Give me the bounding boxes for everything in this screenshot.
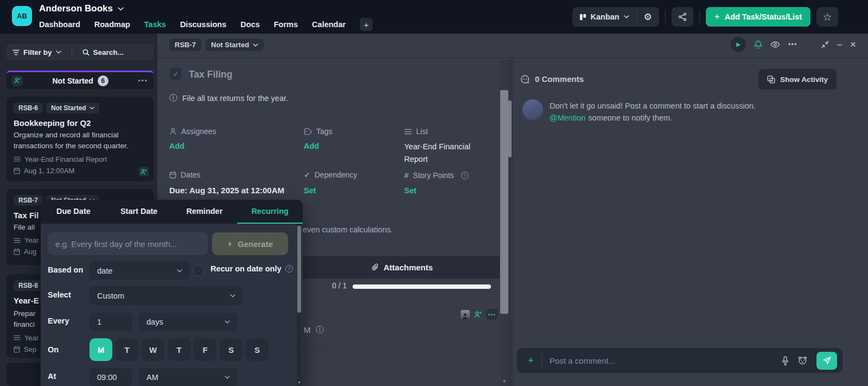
frequency-dropdown[interactable]: Custom — [90, 286, 243, 305]
day-button-sunday[interactable]: S — [246, 338, 269, 361]
assign-user-icon[interactable] — [12, 75, 23, 86]
tags-label: Tags — [304, 127, 333, 136]
at-time-input[interactable] — [90, 368, 132, 386]
set-dependency-link[interactable]: Set — [304, 186, 316, 195]
view-dropdown[interactable]: Kanban — [572, 12, 636, 21]
add-tab-button[interactable]: + — [360, 18, 373, 31]
scrollbar-down-arrow[interactable]: ▾ — [500, 378, 508, 384]
select-label: Select — [48, 290, 71, 299]
filter-icon — [12, 49, 20, 55]
recurrence-text-input[interactable] — [48, 232, 208, 255]
divider — [699, 10, 700, 23]
nav-item-discussions[interactable]: Discussions — [180, 20, 226, 29]
column-count-badge: 6 — [98, 75, 108, 86]
info-icon: ⓘ — [316, 325, 324, 335]
scrollbar-thumb[interactable] — [508, 100, 512, 157]
tab-reminder[interactable]: Reminder — [172, 200, 238, 224]
every-value-input[interactable] — [90, 313, 132, 331]
comment-input[interactable] — [550, 356, 782, 365]
status-dropdown[interactable]: Not Started — [46, 103, 99, 113]
send-comment-button[interactable] — [816, 352, 837, 370]
scrollbar-thumb[interactable] — [297, 226, 301, 313]
list-icon — [14, 238, 21, 243]
tab-due-date[interactable]: Due Date — [41, 200, 106, 224]
recur-on-date-checkbox[interactable] — [193, 265, 203, 276]
tab-recurring[interactable]: Recurring — [237, 200, 303, 224]
chevron-down-icon — [225, 376, 230, 379]
popup-scrollbar[interactable]: ▾ — [297, 224, 302, 386]
every-unit-dropdown[interactable]: days — [139, 313, 238, 331]
nav-item-forms[interactable]: Forms — [274, 20, 298, 29]
list-value[interactable]: Year-End Financial Report — [404, 141, 488, 166]
comments-count: 0 Comments — [535, 74, 584, 84]
scrollbar-thumb[interactable] — [500, 90, 508, 314]
workspace-logo[interactable]: AB — [12, 6, 32, 26]
filter-label[interactable]: Filter by — [23, 48, 52, 56]
column-menu-button[interactable]: ••• — [138, 77, 148, 85]
show-activity-button[interactable]: Show Activity — [758, 69, 837, 90]
set-story-points-link[interactable]: Set — [404, 186, 417, 195]
scrollbar-down-arrow[interactable]: ▾ — [297, 380, 302, 385]
collapse-button[interactable] — [821, 41, 829, 48]
nav-item-docs[interactable]: Docs — [240, 20, 259, 29]
generate-button[interactable]: Generate — [212, 232, 288, 255]
watch-button[interactable] — [770, 41, 780, 48]
due-date-value[interactable]: Due: Aug 31, 2025 at 12:00AM — [169, 186, 284, 195]
comments-scrollbar[interactable] — [508, 60, 512, 386]
task-status-dropdown[interactable]: Not Started — [206, 39, 264, 51]
day-button-tuesday[interactable]: T — [116, 338, 138, 361]
assign-user-icon[interactable] — [474, 311, 482, 318]
attach-plus-button[interactable]: + — [528, 355, 534, 366]
notifications-button[interactable] — [754, 40, 762, 49]
emoji-icon[interactable] — [798, 356, 807, 365]
task-card-rsb-6[interactable]: RSB-6 Not Started Bookkeeping for Q2 Org… — [7, 97, 154, 181]
view-settings-button[interactable]: ⚙ — [636, 7, 659, 27]
bolt-icon — [227, 241, 233, 248]
nav-item-dashboard[interactable]: Dashboard — [39, 20, 80, 29]
assign-user-icon[interactable] — [139, 167, 149, 176]
nav-item-tasks[interactable]: Tasks — [144, 20, 166, 29]
day-button-thursday[interactable]: T — [168, 338, 190, 361]
task-title[interactable]: Tax Filing — [189, 69, 232, 80]
card-title: Bookkeeping for Q2 — [14, 118, 146, 128]
workspace-switcher[interactable]: Anderson Books — [39, 3, 124, 14]
day-button-friday[interactable]: F — [194, 338, 216, 361]
task-header-actions: ••• – × — [731, 37, 856, 52]
calendar-icon — [14, 167, 20, 174]
meridiem-dropdown[interactable]: AM — [139, 368, 238, 386]
search-input[interactable] — [93, 48, 142, 56]
task-complete-checkbox[interactable]: ✓ — [169, 67, 182, 80]
detail-scrollbar[interactable]: ▾ — [500, 60, 508, 386]
add-tag-link[interactable]: Add — [304, 142, 319, 150]
dates-label: Dates — [169, 170, 201, 179]
day-button-saturday[interactable]: S — [220, 338, 242, 361]
day-button-wednesday[interactable]: W — [142, 338, 164, 361]
based-on-value: date — [97, 267, 112, 275]
tab-start-date[interactable]: Start Date — [106, 200, 172, 224]
add-assignee-link[interactable]: Add — [169, 142, 184, 150]
nav-item-roadmap[interactable]: Roadmap — [94, 20, 130, 29]
day-button-monday[interactable]: M — [90, 338, 112, 361]
favorite-button[interactable]: ☆ — [816, 7, 838, 27]
nav-item-calendar[interactable]: Calendar — [312, 20, 346, 29]
on-label: On — [48, 345, 59, 354]
close-icon[interactable]: × — [850, 39, 856, 50]
based-on-dropdown[interactable]: date — [90, 262, 190, 280]
add-task-button[interactable]: + Add Task/Status/List — [706, 7, 810, 27]
card-due-date: Sep — [24, 345, 36, 353]
minimize-button[interactable]: – — [837, 40, 842, 49]
task-description[interactable]: File all tax returns for the year. — [182, 94, 288, 103]
microphone-icon[interactable] — [782, 356, 789, 365]
task-description-row: ⓘ File all tax returns for the year. — [169, 93, 288, 103]
show-activity-label: Show Activity — [780, 75, 828, 84]
start-timer-button[interactable] — [731, 37, 746, 52]
more-options-button[interactable]: ••• — [788, 41, 797, 48]
comments-panel: 0 Comments Show Activity Don't let it go… — [512, 58, 868, 386]
avatar[interactable] — [461, 310, 470, 319]
chevron-down-icon — [90, 106, 94, 110]
share-button[interactable] — [672, 7, 693, 27]
attachment-more-button[interactable]: ••• — [486, 309, 498, 320]
card-list-name: Year — [24, 236, 39, 244]
task-id-badge: RSB-7 — [14, 195, 43, 206]
mention-link[interactable]: @Mention — [550, 113, 585, 122]
